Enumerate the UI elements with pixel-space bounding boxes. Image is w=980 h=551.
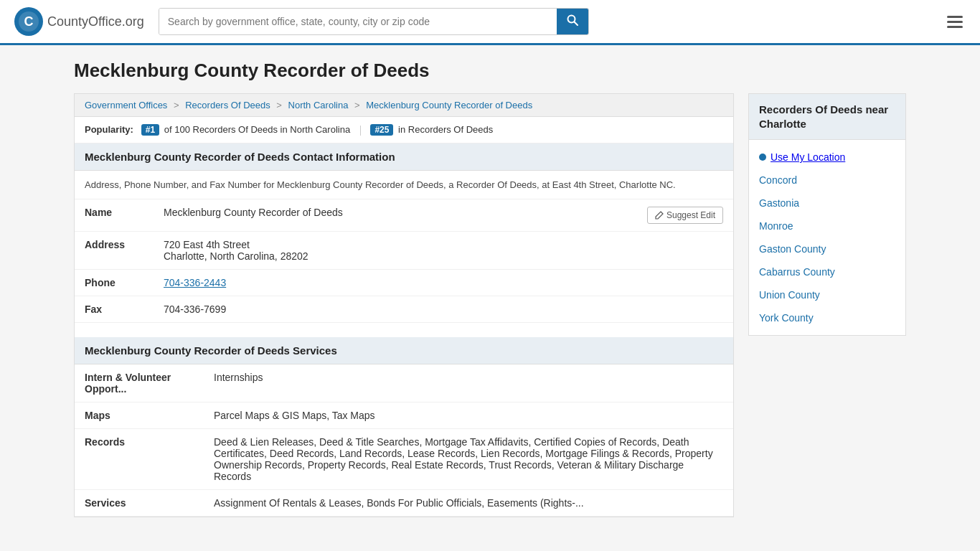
breadcrumb-sep-1: >	[174, 100, 179, 110]
services-tbody: Intern & Volunteer Opport... Internships…	[75, 364, 733, 517]
contact-address-value: 720 East 4th Street Charlotte, North Car…	[154, 232, 733, 270]
contact-description: Address, Phone Number, and Fax Number fo…	[75, 171, 733, 199]
sidebar-item[interactable]: York County	[749, 306, 905, 329]
sidebar-title: Recorders Of Deeds near Charlotte	[749, 94, 905, 140]
sidebar-list: Use My Location ConcordGastoniaMonroeGas…	[749, 140, 905, 335]
use-my-location[interactable]: Use My Location	[749, 146, 905, 169]
search-input[interactable]	[159, 9, 557, 34]
breadcrumb-sep-2: >	[276, 100, 282, 110]
sidebar-item[interactable]: Gastonia	[749, 192, 905, 215]
sidebar-link[interactable]: Union County	[759, 289, 820, 301]
contact-phone-link[interactable]: 704-336-2443	[164, 277, 226, 288]
contact-phone-row: Phone 704-336-2443	[75, 270, 733, 296]
contact-name-label: Name	[75, 199, 154, 232]
contact-name-text: Mecklenburg County Recorder of Deeds	[164, 207, 343, 218]
breadcrumb-link-1[interactable]: Government Offices	[85, 100, 167, 110]
sidebar-link[interactable]: Monroe	[759, 220, 793, 232]
sidebar-box: Recorders Of Deeds near Charlotte Use My…	[748, 93, 906, 336]
contact-name-value: Mecklenburg County Recorder of Deeds Sug…	[154, 199, 733, 232]
sidebar-link[interactable]: Cabarrus County	[759, 266, 835, 278]
service-label: Services	[75, 490, 204, 517]
service-value: Deed & Lien Releases, Deed & Title Searc…	[204, 429, 733, 490]
breadcrumb-sep-3: >	[354, 100, 360, 110]
service-value: Parcel Maps & GIS Maps, Tax Maps	[204, 402, 733, 429]
search-icon	[567, 14, 578, 26]
logo-icon: C	[14, 7, 43, 36]
contact-fax-row: Fax 704-336-7699	[75, 296, 733, 323]
contact-address-label: Address	[75, 232, 154, 270]
sidebar-link[interactable]: York County	[759, 312, 814, 324]
breadcrumb-link-2[interactable]: Recorders Of Deeds	[185, 100, 270, 110]
popularity-divider	[360, 126, 361, 136]
page-title: Mecklenburg County Recorder of Deeds	[74, 60, 906, 82]
contact-address-row: Address 720 East 4th Street Charlotte, N…	[75, 232, 733, 270]
popularity-label: Popularity:	[85, 124, 133, 135]
location-dot-icon	[759, 154, 766, 161]
svg-line-4	[574, 22, 578, 26]
sidebar-item[interactable]: Cabarrus County	[749, 260, 905, 283]
edit-icon	[655, 211, 664, 220]
svg-text:C: C	[24, 14, 34, 29]
sidebar-link[interactable]: Gastonia	[759, 197, 799, 209]
main-content: Government Offices > Recorders Of Deeds …	[74, 93, 734, 517]
service-label: Maps	[75, 402, 204, 429]
search-bar	[159, 8, 589, 35]
sidebar-item[interactable]: Union County	[749, 283, 905, 306]
popularity-rank2: #25	[370, 124, 393, 136]
logo-ext-text: .org	[122, 14, 144, 29]
breadcrumb-link-4[interactable]: Mecklenburg County Recorder of Deeds	[366, 100, 532, 110]
contact-phone-value: 704-336-2443	[154, 270, 733, 296]
breadcrumb-link-3[interactable]: North Carolina	[288, 100, 349, 110]
contact-section-header: Mecklenburg County Recorder of Deeds Con…	[75, 143, 733, 171]
breadcrumb: Government Offices > Recorders Of Deeds …	[75, 94, 733, 117]
service-label: Intern & Volunteer Opport...	[75, 364, 204, 402]
contact-fax-label: Fax	[75, 296, 154, 323]
sidebar-link[interactable]: Gaston County	[759, 243, 826, 255]
contact-fax-value: 704-336-7699	[154, 296, 733, 323]
popularity-rank1-text: of 100 Recorders Of Deeds in North Carol…	[164, 124, 350, 135]
service-row: Services Assignment Of Rentals & Leases,…	[75, 490, 733, 517]
sidebar-link[interactable]: Concord	[759, 174, 797, 186]
service-row: Maps Parcel Maps & GIS Maps, Tax Maps	[75, 402, 733, 429]
logo-main-text: CountyOffice	[47, 14, 122, 29]
menu-button[interactable]	[944, 13, 966, 31]
popularity-rank2-text: in Recorders Of Deeds	[398, 124, 493, 135]
service-label: Records	[75, 429, 204, 490]
services-section-header: Mecklenburg County Recorder of Deeds Ser…	[75, 337, 733, 364]
popularity-rank1: #1	[141, 124, 159, 136]
sidebar-links: ConcordGastoniaMonroeGaston CountyCabarr…	[749, 169, 905, 329]
service-value: Assignment Of Rentals & Leases, Bonds Fo…	[204, 490, 733, 517]
contact-table: Name Mecklenburg County Recorder of Deed…	[75, 199, 733, 323]
contact-address-line1: 720 East 4th Street	[164, 239, 723, 250]
sidebar-item[interactable]: Concord	[749, 169, 905, 192]
menu-bar-2	[947, 21, 963, 23]
service-row: Intern & Volunteer Opport... Internships	[75, 364, 733, 402]
service-value: Internships	[204, 364, 733, 402]
services-table: Intern & Volunteer Opport... Internships…	[75, 364, 733, 517]
popularity-row: Popularity: #1 of 100 Recorders Of Deeds…	[75, 117, 733, 143]
menu-bar-1	[947, 16, 963, 18]
suggest-edit-button[interactable]: Suggest Edit	[647, 207, 723, 224]
search-button[interactable]	[557, 9, 588, 34]
sidebar-item[interactable]: Monroe	[749, 215, 905, 237]
suggest-edit-label: Suggest Edit	[666, 210, 715, 220]
use-location-link[interactable]: Use My Location	[771, 151, 845, 163]
logo-text: CountyOffice.org	[47, 14, 144, 29]
menu-bar-3	[947, 26, 963, 28]
contact-name-row: Name Mecklenburg County Recorder of Deed…	[75, 199, 733, 232]
sidebar: Recorders Of Deeds near Charlotte Use My…	[748, 93, 906, 336]
service-row: Records Deed & Lien Releases, Deed & Tit…	[75, 429, 733, 490]
logo[interactable]: C CountyOffice.org	[14, 7, 144, 36]
contact-address-line2: Charlotte, North Carolina, 28202	[164, 250, 723, 262]
contact-phone-label: Phone	[75, 270, 154, 296]
sidebar-item[interactable]: Gaston County	[749, 237, 905, 260]
